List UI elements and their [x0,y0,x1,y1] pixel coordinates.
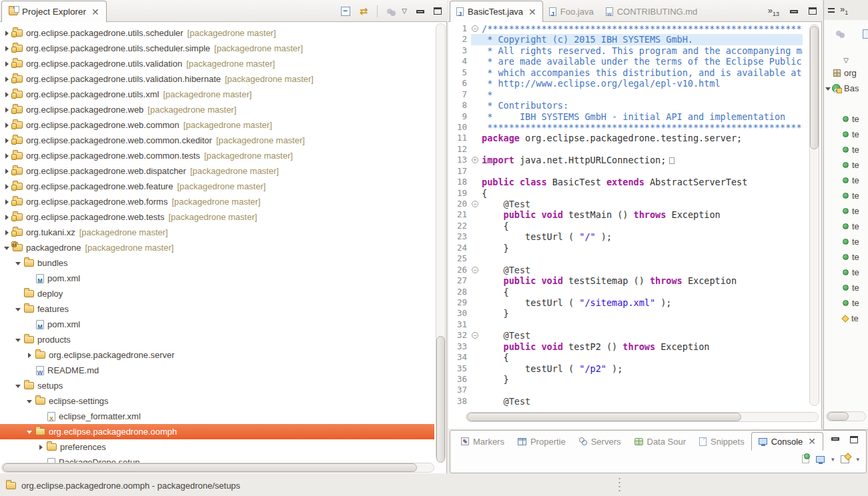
outline-item[interactable]: te [824,295,868,311]
expand-arrow-icon[interactable] [4,229,11,236]
tree-item[interactable]: org.eclipse.packagedrone.utils.validatio… [0,71,434,87]
tree-item[interactable]: Mpom.xml [0,317,434,332]
fold-expand-icon[interactable]: + [472,157,478,163]
outline-item[interactable]: org [824,65,868,81]
editor-tab[interactable]: BasicTest.java✕ [450,1,543,22]
tree-item[interactable]: bundles [0,255,434,271]
tree-item[interactable]: setups [0,378,434,393]
tree-item[interactable]: org.eclipse.packagedrone.utils.scheduler… [0,25,434,41]
collapse-all-icon[interactable] [341,7,350,16]
expand-arrow-icon[interactable] [4,61,11,67]
tree-item[interactable]: products [0,332,434,347]
editor-tab[interactable]: Foo.java [543,1,600,22]
outline-item[interactable]: te [824,127,868,142]
pin-console-icon[interactable] [802,455,809,463]
view-tab-markers[interactable]: Markers [454,432,511,451]
open-console-icon[interactable] [841,455,849,463]
scrollbar-thumb[interactable] [3,463,417,472]
maximize-icon[interactable] [850,436,858,443]
sash-handle[interactable] [618,477,620,493]
tree-item[interactable]: org.eclipse.packagedrone.utils.validatio… [0,56,434,71]
scrollbar-thumb[interactable] [436,336,445,463]
outline-item[interactable]: te [824,142,868,157]
view-tab-data-source[interactable]: Data Sour [628,432,693,451]
tree-item[interactable]: org.eclipse.packagedrone.web.feature[pac… [0,179,434,194]
expand-arrow-icon[interactable] [4,107,11,113]
scrollbar-thumb[interactable] [467,413,741,421]
collapse-arrow-icon[interactable] [15,337,22,343]
tree-item[interactable]: org.eclipse.packagedrone.server [0,347,434,363]
close-icon[interactable]: ✕ [91,7,99,17]
tree-item[interactable]: eclipse-settings [0,393,434,409]
tree-item[interactable]: features [0,301,434,317]
outline-item[interactable]: te [824,249,868,265]
outline-item[interactable]: Bas [824,81,868,96]
outline-item[interactable]: te [824,311,868,326]
expand-arrow-icon[interactable] [38,444,45,451]
display-selected-console-icon[interactable] [816,456,825,463]
scrollbar-thumb[interactable] [827,412,849,421]
expand-arrow-icon[interactable] [4,153,11,159]
outline-item[interactable]: te [824,280,868,295]
expand-arrow-icon[interactable] [4,199,11,205]
vertical-scrollbar[interactable] [809,24,819,406]
tree-item[interactable]: Xeclipse_formatter.xml [0,409,434,424]
fold-collapse-icon[interactable]: − [472,332,478,339]
tree-item[interactable]: deploy [0,286,434,301]
tree-item[interactable]: preferences [0,439,434,455]
expand-arrow-icon[interactable] [4,137,11,144]
maximize-icon[interactable] [434,7,442,15]
vertical-scrollbar[interactable] [436,23,446,461]
tree-item[interactable]: org.eclipse.packagedrone.web.forms[packa… [0,194,434,209]
minimize-icon[interactable] [416,10,424,13]
dropdown-arrow-icon[interactable]: ▾ [856,456,859,463]
horizontal-scrollbar[interactable] [1,463,434,473]
expand-arrow-icon[interactable] [4,30,11,37]
focus-icon[interactable] [387,9,392,14]
outline-item[interactable]: te [824,234,868,249]
link-with-editor-icon[interactable]: ⇄ [360,7,368,16]
collapse-arrow-icon[interactable] [15,260,22,267]
outline-item[interactable]: te [824,203,868,219]
view-menu-icon[interactable]: ▽ [843,57,849,64]
project-explorer-tab[interactable]: Project Explorer ✕ [1,1,107,22]
expand-arrow-icon[interactable] [27,352,33,359]
folded-region-icon[interactable] [669,157,675,164]
tree-item[interactable]: org.tukani.xz[packagedrone master] [0,225,434,240]
clipped-toolbar-icon[interactable] [863,29,868,39]
collapse-arrow-icon[interactable] [825,85,832,92]
close-icon[interactable]: ✕ [808,436,816,447]
fold-collapse-icon[interactable]: − [472,267,478,273]
code-editor[interactable]: 1−/*************************************… [448,23,803,407]
collapse-arrow-icon[interactable] [15,383,22,389]
tree-item[interactable]: org.eclipse.packagedrone.utils.xml[packa… [0,87,434,102]
outline-item[interactable]: te [824,173,868,188]
tree-item[interactable]: org.eclipse.packagedrone.web.tests[packa… [0,209,434,225]
outline-item[interactable]: te [824,265,868,280]
outline-item[interactable]: te [824,157,868,173]
scrollbar-thumb[interactable] [810,26,819,149]
minimize-icon[interactable] [790,10,798,13]
tree-item[interactable]: org.eclipse.packagedrone.web.dispatcher[… [0,163,434,179]
expand-arrow-icon[interactable] [4,122,11,129]
tree-item[interactable]: Mpom.xml [0,271,434,286]
collapse-arrow-icon[interactable] [4,245,11,251]
close-icon[interactable]: ✕ [528,7,536,17]
tree-item[interactable]: org.eclipse.packagedrone.oomph [0,424,434,439]
tree-item[interactable]: org.eclipse.packagedrone.web[packagedron… [0,102,434,117]
view-tab-console[interactable]: Console✕ [751,432,823,451]
outline-item[interactable]: te [824,188,868,203]
tree-item[interactable]: packagedrone[packagedrone master] [0,240,434,255]
tree-item[interactable]: org.eclipse.packagedrone.web.common[pack… [0,117,434,133]
tree-item[interactable]: WREADME.md [0,363,434,378]
expand-arrow-icon[interactable] [4,45,11,52]
view-tab-servers[interactable]: Servers [572,432,628,451]
horizontal-scrollbar[interactable] [826,411,866,421]
outline-item[interactable]: te [824,219,868,234]
tree-item[interactable]: org.eclipse.packagedrone.web.common.test… [0,148,434,163]
restore-icon[interactable] [828,8,835,13]
outline-item[interactable]: te [824,111,868,127]
horizontal-scrollbar[interactable] [466,412,819,422]
tree-item[interactable]: org.eclipse.packagedrone.utils.scheduler… [0,41,434,56]
hidden-editors-chevron[interactable]: »13 [768,5,779,17]
